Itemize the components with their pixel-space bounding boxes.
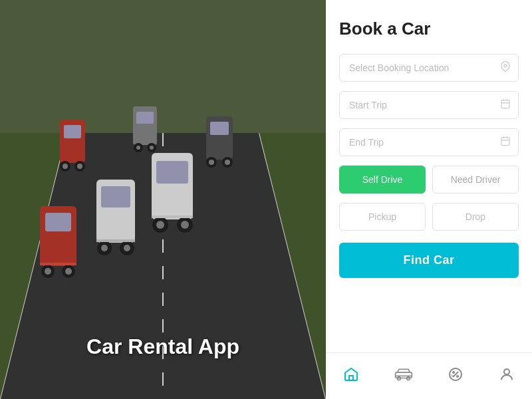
svg-point-65 <box>457 376 458 377</box>
profile-icon <box>499 366 515 386</box>
svg-point-67 <box>504 369 509 374</box>
svg-text:%: % <box>451 374 454 378</box>
end-trip-input[interactable] <box>339 128 519 156</box>
nav-home[interactable] <box>334 361 368 392</box>
nav-car[interactable] <box>385 362 422 390</box>
need-driver-button[interactable]: Need Driver <box>432 166 519 194</box>
pickup-button[interactable]: Pickup <box>339 203 426 231</box>
svg-point-64 <box>453 372 454 373</box>
drive-options: Self Drive Need Driver <box>339 166 519 194</box>
location-icon <box>500 61 511 74</box>
form-title: Book a Car <box>339 19 519 39</box>
home-icon <box>343 366 359 386</box>
end-trip-input-group <box>339 128 519 156</box>
app-title: Car Rental App <box>86 334 239 359</box>
location-options: Pickup Drop <box>339 203 519 231</box>
find-car-button[interactable]: Find Car <box>339 243 519 278</box>
start-trip-input[interactable] <box>339 91 519 119</box>
offer-icon: % <box>448 366 464 386</box>
svg-point-60 <box>406 376 410 380</box>
svg-point-59 <box>397 376 400 380</box>
drop-button[interactable]: Drop <box>432 203 519 231</box>
svg-rect-49 <box>501 100 509 108</box>
svg-point-48 <box>504 65 507 67</box>
right-panel: Book a Car <box>326 0 532 399</box>
svg-rect-53 <box>501 138 509 146</box>
bottom-nav: % <box>326 352 532 399</box>
booking-form: Book a Car <box>326 0 532 352</box>
car-icon <box>394 368 413 385</box>
start-trip-input-group <box>339 91 519 119</box>
start-calendar-icon <box>500 98 511 112</box>
end-calendar-icon <box>500 136 511 149</box>
self-drive-button[interactable]: Self Drive <box>339 166 426 194</box>
svg-rect-57 <box>349 376 353 380</box>
location-input-group <box>339 54 519 82</box>
location-input[interactable] <box>339 54 519 82</box>
nav-profile[interactable] <box>489 361 524 392</box>
nav-offer[interactable]: % <box>438 361 473 392</box>
left-panel: Car Rental App <box>0 0 326 399</box>
